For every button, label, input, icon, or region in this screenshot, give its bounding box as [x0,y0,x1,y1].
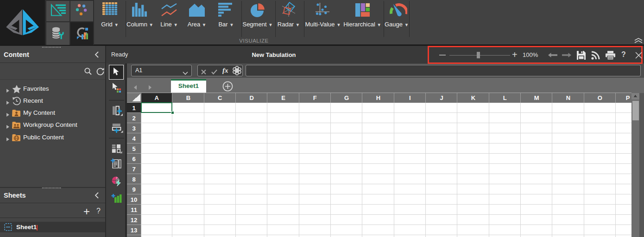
svg-text:D: D [250,94,254,101]
svg-text:J: J [440,94,443,101]
svg-text:11: 11 [131,206,137,213]
svg-text:A: A [155,94,159,101]
svg-text:13: 13 [131,227,137,234]
svg-text:5: 5 [132,145,135,152]
svg-text:P: P [626,94,630,101]
svg-text:7: 7 [132,166,135,173]
svg-text:B: B [186,94,190,101]
svg-text:10: 10 [131,196,137,203]
svg-text:N: N [566,94,570,101]
svg-text:E: E [281,94,285,101]
svg-text:F: F [313,94,317,101]
svg-text:9: 9 [132,186,135,193]
svg-text:G: G [344,94,349,101]
svg-text:C: C [218,94,222,101]
svg-text:H: H [376,94,380,101]
svg-text:2: 2 [132,115,135,122]
svg-text:1: 1 [132,105,135,112]
svg-text:O: O [598,94,602,101]
svg-text:K: K [471,94,476,101]
svg-text:12: 12 [131,217,137,224]
svg-text:8: 8 [132,176,135,183]
svg-text:I: I [409,94,411,101]
svg-text:M: M [534,94,539,101]
svg-text:4: 4 [132,135,136,142]
svg-text:6: 6 [132,156,135,162]
svg-text:3: 3 [132,125,135,132]
svg-text:L: L [503,94,507,101]
